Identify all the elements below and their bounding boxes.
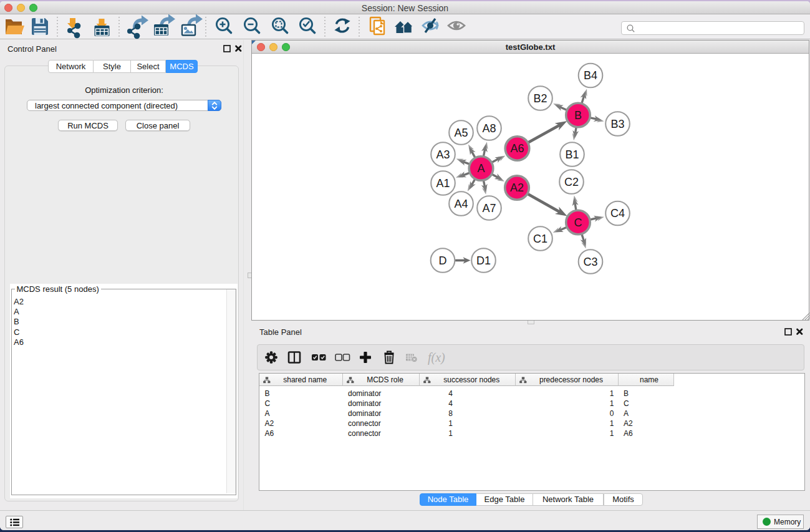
svg-text:D1: D1 xyxy=(476,254,491,267)
svg-text:A6: A6 xyxy=(510,142,524,155)
svg-text:A8: A8 xyxy=(482,122,496,135)
svg-text:B2: B2 xyxy=(533,92,547,105)
svg-text:A1: A1 xyxy=(436,177,450,190)
svg-text:B3: B3 xyxy=(610,118,624,130)
svg-text:f(x): f(x) xyxy=(428,351,445,365)
svg-text:B: B xyxy=(574,109,582,122)
svg-text:A2: A2 xyxy=(510,181,524,194)
svg-text:C2: C2 xyxy=(564,176,579,188)
svg-text:C1: C1 xyxy=(533,233,547,245)
svg-text:A3: A3 xyxy=(436,148,450,161)
svg-text:A7: A7 xyxy=(482,202,496,215)
svg-text:C: C xyxy=(574,216,582,229)
svg-text:C3: C3 xyxy=(583,256,597,268)
svg-text:A: A xyxy=(477,162,485,175)
svg-text:D: D xyxy=(439,254,447,267)
svg-text:B1: B1 xyxy=(565,148,579,161)
svg-text:B4: B4 xyxy=(584,69,597,82)
svg-text:A4: A4 xyxy=(454,198,468,210)
svg-text:C4: C4 xyxy=(610,207,625,220)
svg-text:A5: A5 xyxy=(454,127,468,139)
